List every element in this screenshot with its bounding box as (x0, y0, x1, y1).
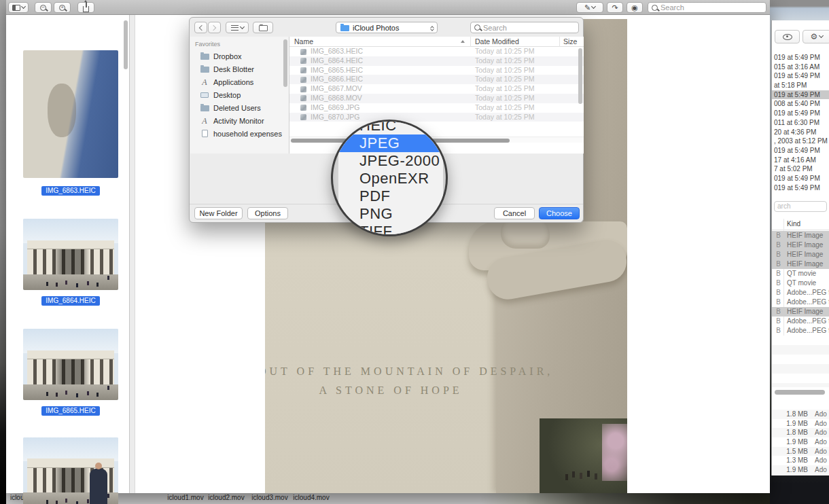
forward-button[interactable] (208, 22, 221, 33)
finder-kind-row[interactable]: B Adobe...PEG file (772, 326, 829, 336)
preview-thumbnail-sidebar: IMG_6863.HEIC IMG_6864.HEIC IMG_6865.HEI… (6, 15, 129, 493)
finder-size-row[interactable]: 1.3 MB Ado (772, 456, 829, 465)
finder-kind-row[interactable]: B Adobe...PEG file (772, 298, 829, 307)
file-row[interactable]: IMG_6864.HEIC Today at 10:25 PM (289, 56, 584, 66)
toolbar-search-input[interactable]: Search (648, 2, 766, 13)
format-menu-item[interactable]: JPEG (338, 134, 443, 152)
format-menu-item[interactable]: PNG (338, 205, 443, 223)
favorites-item[interactable]: A Activity Monitor (190, 114, 289, 127)
finder-date-row[interactable]: 20 at 4:36 PM (772, 128, 829, 137)
desktop-file-label[interactable]: icloud3.mov (249, 494, 291, 501)
sidebar-scrollbar[interactable] (124, 20, 128, 69)
finder-size-row[interactable]: 1.8 MB Ado (772, 428, 829, 437)
highlight-button[interactable]: ◉ (627, 2, 643, 13)
action-menu-button[interactable]: ⚙ (802, 30, 829, 43)
format-menu-item[interactable]: OpenEXR (338, 170, 443, 187)
finder-horizontal-scrollbar[interactable] (775, 390, 825, 395)
file-row[interactable]: IMG_6869.JPG Today at 10:25 PM (289, 103, 584, 113)
finder-date-row[interactable]: 011 at 6:30 PM (772, 118, 829, 128)
file-date-modified: Today at 10:25 PM (475, 113, 535, 122)
desktop-file-label[interactable]: icloud1.mov (165, 494, 206, 501)
new-folder-button[interactable]: New Folder (194, 207, 243, 219)
finder-kind-row[interactable]: B HEIF Image (772, 259, 829, 269)
file-name: IMG_6870.JPG (311, 113, 359, 122)
finder-kind-row[interactable]: B Adobe...PEG file (772, 288, 829, 298)
finder-size-row[interactable]: 1.5 MB Ado (772, 447, 829, 456)
location-popup[interactable]: iCloud Photos (336, 22, 438, 33)
finder-date-row[interactable]: 019 at 5:49 PM (772, 174, 829, 183)
favorites-item[interactable]: Desk Blotter (190, 62, 289, 75)
finder-kind-row[interactable]: B QT movie (772, 269, 829, 278)
finder-search-input[interactable]: arch (774, 201, 827, 212)
finder-kind-row[interactable]: B HEIF Image (772, 240, 829, 250)
finder-size-row[interactable]: 1.9 MB Ado (772, 465, 829, 475)
file-row[interactable]: IMG_6863.HEIC Today at 10:25 PM (289, 47, 584, 56)
column-date-modified[interactable]: Date Modified (475, 37, 519, 46)
finder-date-row[interactable]: 015 at 3:16 AM (772, 62, 829, 72)
format-menu-item[interactable]: PDF (338, 187, 443, 205)
new-folder-icon-button[interactable] (253, 22, 273, 33)
finder-date-row[interactable]: 019 at 5:49 PM (772, 90, 829, 100)
view-mode-button[interactable] (226, 22, 249, 33)
gear-icon: ⚙ (811, 33, 818, 41)
finder-kind-row[interactable]: B QT movie (772, 278, 829, 288)
finder-kind-row[interactable]: B HEIF Image (772, 307, 829, 317)
sidebar-view-button[interactable] (8, 2, 29, 13)
finder-kind-row[interactable]: B HEIF Image (772, 250, 829, 259)
thumbnail-filename-label[interactable]: IMG_6863.HEIC (41, 186, 99, 196)
thumbnail-lincoln-memorial[interactable] (23, 219, 118, 290)
file-row[interactable]: IMG_6866.HEIC Today at 10:25 PM (289, 75, 584, 84)
finder-date-row[interactable]: 019 at 5:49 PM (772, 109, 829, 118)
quicklook-button[interactable] (775, 30, 800, 43)
finder-date-row[interactable]: , 2003 at 5:12 PM (772, 137, 829, 146)
finder-date-row[interactable]: 019 at 5:49 PM (772, 71, 829, 81)
finder-date-row[interactable]: 7 at 5:02 PM (772, 164, 829, 174)
finder-date-row[interactable]: 17 at 4:16 AM (772, 156, 829, 165)
options-button[interactable]: Options (247, 207, 288, 219)
favorites-item[interactable]: A Applications (190, 75, 289, 88)
thumbnail-mlk-statue[interactable] (23, 50, 118, 178)
file-row[interactable]: IMG_6868.MOV Today at 10:25 PM (289, 94, 584, 103)
file-list-vertical-scrollbar[interactable] (578, 48, 582, 104)
finder-date-row[interactable]: 008 at 5:40 PM (772, 99, 829, 109)
choose-button[interactable]: Choose (539, 207, 580, 219)
favorites-item[interactable]: Deleted Users (190, 101, 289, 114)
file-row[interactable]: IMG_6865.HEIC Today at 10:25 PM (289, 66, 584, 75)
finder-date-row[interactable]: at 5:18 PM (772, 81, 829, 90)
sidebar-divider (129, 15, 135, 493)
thumbnail-filename-label[interactable]: IMG_6865.HEIC (41, 406, 99, 416)
favorites-item[interactable]: Desktop (190, 88, 289, 101)
file-row[interactable]: IMG_6870.JPG Today at 10:25 PM (289, 113, 584, 122)
zoom-out-button[interactable]: − (35, 2, 52, 13)
favorites-item[interactable]: household expenses (190, 127, 289, 140)
thumbnail-lincoln-memorial-selfie[interactable] (23, 437, 118, 504)
back-button[interactable] (194, 22, 207, 33)
rotate-button[interactable]: ↷ (607, 2, 623, 13)
finder-date-row[interactable]: 019 at 5:49 PM (772, 53, 829, 62)
zoom-in-button[interactable]: + (54, 2, 71, 13)
share-button[interactable] (77, 2, 94, 13)
dialog-search-input[interactable]: Search (470, 22, 579, 33)
finder-size-row[interactable]: 1.8 MB Ado (772, 410, 829, 419)
desktop-file-label[interactable]: icloud2.mov (206, 494, 247, 501)
cancel-button[interactable]: Cancel (494, 207, 535, 219)
thumbnail-lincoln-memorial[interactable] (23, 329, 118, 400)
finder-kind-row[interactable]: B Adobe...PEG file (772, 317, 829, 326)
column-name[interactable]: Name (294, 37, 313, 46)
file-row[interactable]: IMG_6867.MOV Today at 10:25 PM (289, 84, 584, 94)
favorites-scrollbar[interactable] (283, 39, 287, 87)
kind-column-header[interactable]: Kind (772, 219, 829, 230)
size-fragment: B (772, 317, 781, 326)
finder-date-row[interactable]: 019 at 5:49 PM (772, 183, 829, 193)
finder-date-column: 019 at 5:49 PM015 at 3:16 AM019 at 5:49 … (772, 53, 829, 192)
format-menu-item[interactable]: JPEG-2000 (338, 152, 443, 170)
finder-kind-row[interactable]: B HEIF Image (772, 231, 829, 240)
markup-button[interactable]: ✎ (576, 2, 603, 13)
favorites-item[interactable]: Dropbox (190, 50, 289, 62)
finder-date-row[interactable]: 019 at 5:49 PM (772, 146, 829, 156)
desktop-file-label[interactable]: icloud4.mov (289, 494, 333, 501)
finder-size-row[interactable]: 1.9 MB Ado (772, 437, 829, 447)
finder-size-row[interactable]: 1.9 MB Ado (772, 419, 829, 429)
column-size[interactable]: Size (563, 37, 577, 46)
thumbnail-filename-label[interactable]: IMG_6864.HEIC (41, 296, 99, 306)
